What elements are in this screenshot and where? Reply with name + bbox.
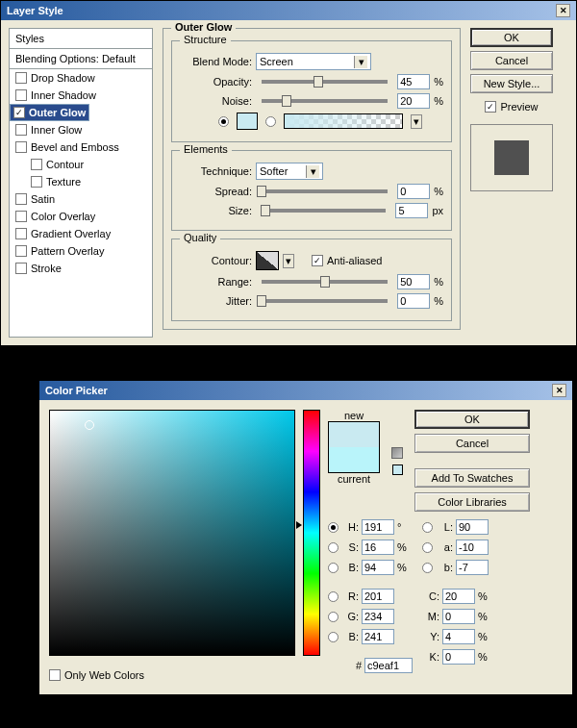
checkbox-icon[interactable] <box>15 263 27 274</box>
style-gradient-overlay[interactable]: Gradient Overlay <box>10 225 152 242</box>
noise-input[interactable]: 20 <box>397 93 430 109</box>
ok-button[interactable]: OK <box>414 410 530 429</box>
style-texture[interactable]: Texture <box>10 173 152 190</box>
m-input[interactable]: 0 <box>442 609 475 624</box>
checkbox-icon[interactable] <box>15 89 27 101</box>
opacity-input[interactable]: 45 <box>397 74 430 89</box>
style-drop-shadow[interactable]: Drop Shadow <box>10 69 152 87</box>
b-hsb-input[interactable]: 94 <box>362 560 394 575</box>
hex-input[interactable]: c9eaf1 <box>364 658 413 673</box>
checkbox-icon[interactable] <box>15 72 27 84</box>
color-picker-title: Color Picker <box>45 385 108 396</box>
style-inner-shadow[interactable]: Inner Shadow <box>10 87 152 104</box>
close-icon[interactable]: ✕ <box>552 384 566 397</box>
r-input[interactable]: 201 <box>362 589 394 604</box>
l-input[interactable]: 90 <box>456 519 489 535</box>
k-input[interactable]: 0 <box>442 649 475 665</box>
technique-select[interactable]: Softer▾ <box>256 163 323 180</box>
hue-pointer-icon <box>296 521 302 529</box>
range-input[interactable]: 50 <box>397 274 430 289</box>
styles-heading[interactable]: Styles <box>10 29 152 49</box>
checkbox-icon[interactable] <box>15 193 27 205</box>
chevron-down-icon[interactable]: ▾ <box>283 254 294 268</box>
checkbox-icon[interactable] <box>15 124 27 136</box>
b-lab-input[interactable]: -7 <box>456 560 489 575</box>
contour-picker[interactable] <box>256 251 279 270</box>
c-input[interactable]: 20 <box>442 589 475 604</box>
b-lab-radio[interactable] <box>422 563 433 573</box>
new-style-button[interactable]: New Style... <box>470 74 553 93</box>
style-pattern-overlay[interactable]: Pattern Overlay <box>10 242 152 260</box>
layer-style-buttons: OK Cancel New Style... Preview <box>470 28 553 338</box>
b-hsb-radio[interactable] <box>328 563 339 573</box>
color-libraries-button[interactable]: Color Libraries <box>414 492 530 512</box>
saturation-value-field[interactable] <box>49 410 295 656</box>
current-label: current <box>328 473 380 485</box>
h-radio[interactable] <box>328 522 339 533</box>
anti-aliased-checkbox[interactable] <box>312 255 323 266</box>
style-contour[interactable]: Contour <box>10 156 152 173</box>
web-safe-swatch[interactable] <box>392 464 403 475</box>
color-picker-titlebar[interactable]: Color Picker ✕ <box>39 381 572 400</box>
a-input[interactable]: -10 <box>456 540 489 555</box>
glow-color-radio[interactable] <box>218 116 229 127</box>
b-rgb-input[interactable]: 241 <box>362 629 394 644</box>
chevron-down-icon[interactable]: ▾ <box>411 114 422 129</box>
ok-button[interactable]: OK <box>470 28 553 47</box>
spread-input[interactable]: 0 <box>397 184 430 199</box>
web-safe-icon[interactable] <box>391 447 403 459</box>
layer-style-titlebar[interactable]: Layer Style ✕ <box>1 1 576 20</box>
jitter-slider[interactable] <box>262 299 388 303</box>
jitter-input[interactable]: 0 <box>397 293 430 309</box>
checkbox-icon[interactable] <box>15 228 27 239</box>
h-input[interactable]: 191 <box>362 519 394 535</box>
cancel-button[interactable]: Cancel <box>414 434 530 453</box>
range-slider[interactable] <box>262 280 388 284</box>
y-input[interactable]: 4 <box>442 629 475 644</box>
quality-legend: Quality <box>180 232 220 243</box>
checkbox-icon[interactable] <box>15 245 27 257</box>
glow-color-swatch[interactable] <box>237 113 258 130</box>
only-web-colors-checkbox[interactable] <box>49 669 61 681</box>
checkbox-icon[interactable] <box>31 159 42 170</box>
only-web-colors-label: Only Web Colors <box>64 669 144 681</box>
preview-checkbox[interactable] <box>485 101 496 113</box>
g-radio[interactable] <box>328 612 339 622</box>
style-satin[interactable]: Satin <box>10 190 152 208</box>
a-radio[interactable] <box>422 542 433 553</box>
hue-slider[interactable] <box>303 410 320 656</box>
style-stroke[interactable]: Stroke <box>10 260 152 277</box>
spread-label: Spread: <box>180 186 252 197</box>
noise-label: Noise: <box>180 95 252 107</box>
noise-slider[interactable] <box>262 99 388 103</box>
s-input[interactable]: 16 <box>362 540 394 555</box>
opacity-slider[interactable] <box>262 80 388 84</box>
s-radio[interactable] <box>328 542 339 553</box>
style-outer-glow[interactable]: Outer Glow <box>10 104 89 121</box>
style-inner-glow[interactable]: Inner Glow <box>10 121 152 138</box>
spread-slider[interactable] <box>262 189 388 193</box>
glow-gradient-radio[interactable] <box>265 116 276 127</box>
checkbox-icon[interactable] <box>31 176 42 188</box>
close-icon[interactable]: ✕ <box>556 4 570 17</box>
color-preview <box>328 421 380 473</box>
cancel-button[interactable]: Cancel <box>470 51 553 70</box>
outer-glow-legend: Outer Glow <box>171 21 236 33</box>
glow-gradient-picker[interactable] <box>284 113 403 129</box>
b-rgb-radio[interactable] <box>328 632 339 642</box>
g-input[interactable]: 234 <box>362 609 394 624</box>
checkbox-icon[interactable] <box>13 107 25 118</box>
color-picker-dialog: Color Picker ✕ Only Web Colors new <box>38 380 573 695</box>
checkbox-icon[interactable] <box>15 211 27 222</box>
anti-aliased-label: Anti-aliased <box>327 255 382 266</box>
style-bevel-emboss[interactable]: Bevel and Emboss <box>10 138 152 156</box>
blend-mode-select[interactable]: Screen▾ <box>256 53 371 70</box>
l-radio[interactable] <box>422 522 433 533</box>
add-to-swatches-button[interactable]: Add To Swatches <box>414 468 530 488</box>
style-color-overlay[interactable]: Color Overlay <box>10 208 152 225</box>
r-radio[interactable] <box>328 591 339 602</box>
checkbox-icon[interactable] <box>15 141 27 153</box>
size-input[interactable]: 5 <box>395 203 428 218</box>
blending-options[interactable]: Blending Options: Default <box>10 49 152 69</box>
size-slider[interactable] <box>262 209 386 213</box>
